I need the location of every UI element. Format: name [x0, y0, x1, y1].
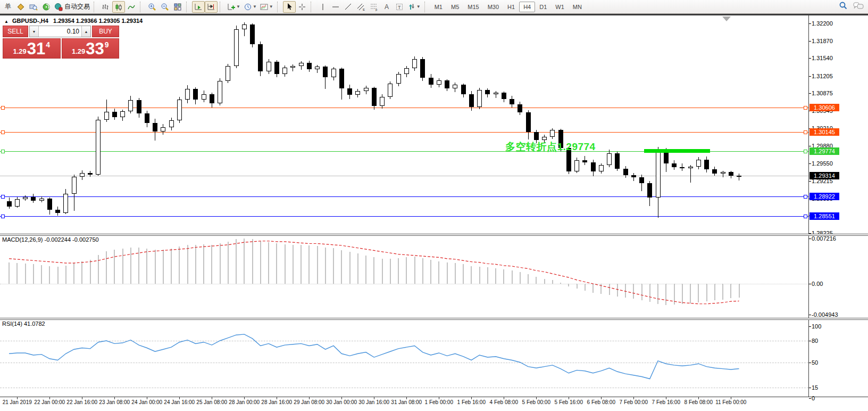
buy-price-display[interactable]: 1.29 33 9 — [62, 38, 120, 59]
indicators-icon[interactable]: ▼ — [226, 1, 242, 13]
level-line-1.30145[interactable] — [0, 132, 808, 133]
level-line-handle[interactable] — [1, 106, 5, 110]
autoscroll-icon[interactable] — [192, 1, 205, 13]
time-axis-label: 24 Jan 00:00 — [131, 399, 162, 405]
level-line-handle[interactable] — [804, 195, 807, 199]
level-line-handle[interactable] — [1, 130, 5, 134]
timeframe-MN[interactable]: MN — [569, 2, 586, 12]
time-axis-label: 7 Feb 16:00 — [652, 399, 680, 405]
zoom-in-icon[interactable] — [146, 1, 158, 13]
crosshair-icon[interactable] — [296, 1, 308, 13]
search-icon[interactable] — [839, 1, 848, 12]
macd-histogram-bar — [617, 284, 618, 297]
print-preview-icon[interactable] — [27, 1, 40, 13]
level-line-1.28922[interactable] — [0, 196, 808, 197]
volume-decrease-button[interactable]: ▼ — [30, 26, 39, 37]
collapse-panel-icon[interactable]: ▲ — [4, 19, 9, 24]
level-line-1.28551[interactable] — [0, 216, 808, 217]
macd-histogram-bar — [285, 244, 286, 284]
chat-icon[interactable] — [853, 2, 864, 12]
sell-button[interactable]: SELL — [3, 26, 28, 37]
macd-axis-tick-label: -0.004943 — [812, 311, 838, 318]
timeframe-H4[interactable]: H4 — [519, 2, 535, 12]
time-axis-label: 22 Jan 00:00 — [34, 399, 65, 405]
time-axis-label: 29 Jan 08:00 — [294, 399, 324, 405]
time-axis-label: 4 Feb 08:00 — [490, 399, 518, 405]
market-watch-icon[interactable] — [14, 1, 27, 13]
timeframe-D1[interactable]: D1 — [535, 2, 551, 12]
volume-increase-button[interactable]: ▲ — [81, 26, 90, 37]
chart-shift-marker-icon[interactable] — [722, 17, 731, 21]
chart-area[interactable]: 1.306061.301451.297741.289221.285511.293… — [0, 0, 868, 411]
autotrading-button[interactable]: 自动交易 — [53, 1, 91, 13]
buy-button[interactable]: BUY — [92, 26, 119, 37]
candle — [88, 173, 93, 175]
horizontal-line-icon[interactable] — [329, 1, 342, 13]
timeframe-M15[interactable]: M15 — [463, 2, 483, 12]
level-line-handle[interactable] — [1, 215, 5, 218]
candlestick-chart-icon[interactable] — [112, 1, 125, 13]
equidistant-channel-icon[interactable]: E — [355, 1, 368, 13]
chart-shift-icon[interactable] — [205, 1, 218, 13]
macd-histogram-bar — [560, 283, 561, 284]
tile-windows-icon[interactable] — [171, 1, 184, 13]
rsi-axis-tick-label: 0 — [812, 395, 815, 401]
text-label-icon[interactable]: T — [393, 1, 406, 13]
macd-pane-separator[interactable] — [0, 234, 868, 236]
macd-histogram-bar — [236, 239, 237, 284]
candle — [120, 111, 125, 118]
candle — [534, 132, 539, 140]
candle — [226, 66, 230, 81]
timeframe-M30[interactable]: M30 — [483, 2, 503, 12]
sell-price-display[interactable]: 1.29 31 4 — [3, 38, 61, 59]
macd-histogram-bar — [365, 256, 366, 284]
level-line-1.30606[interactable] — [0, 108, 808, 108]
arrows-icon[interactable]: ▼ — [406, 1, 422, 13]
candle — [7, 201, 12, 207]
data-window-icon[interactable] — [40, 1, 53, 13]
macd-histogram-bar — [479, 267, 480, 284]
macd-histogram-bar — [641, 284, 642, 300]
time-axis-label: 30 Jan 00:00 — [326, 399, 357, 405]
line-chart-icon[interactable] — [125, 1, 138, 13]
timeframe-H1[interactable]: H1 — [503, 2, 519, 12]
vertical-line-icon[interactable] — [316, 1, 329, 13]
candle — [55, 210, 60, 213]
chevron-down-icon: ▼ — [269, 4, 273, 9]
trendline-icon[interactable] — [342, 1, 355, 13]
level-line-handle[interactable] — [804, 215, 807, 218]
zoom-out-icon[interactable] — [158, 1, 171, 13]
templates-icon[interactable]: ▼ — [258, 1, 275, 13]
macd-histogram-bar — [592, 284, 594, 293]
level-line-handle[interactable] — [1, 195, 5, 199]
new-order-button[interactable]: 单 — [2, 1, 14, 13]
sell-price-pip: 4 — [46, 40, 50, 49]
macd-histogram-bar — [495, 268, 496, 284]
candle — [704, 160, 709, 169]
level-line-handle[interactable] — [804, 106, 807, 110]
candle — [364, 88, 369, 91]
timeframe-W1[interactable]: W1 — [551, 2, 569, 12]
candle — [412, 59, 417, 68]
macd-histogram-bar — [665, 284, 666, 305]
level-line-handle[interactable] — [804, 130, 807, 134]
candle — [137, 100, 141, 114]
autotrading-icon — [54, 3, 63, 11]
timeframe-M5[interactable]: M5 — [447, 2, 463, 12]
text-icon[interactable]: A — [380, 1, 393, 13]
time-axis-label: 11 Feb 00:00 — [715, 399, 746, 405]
periods-icon[interactable]: ▼ — [242, 1, 258, 13]
level-line-handle[interactable] — [804, 150, 807, 153]
volume-value[interactable]: 0.10 — [39, 26, 81, 37]
rsi-pane-separator[interactable] — [0, 318, 868, 320]
level-line-handle[interactable] — [1, 150, 5, 153]
pivot-highlight-segment[interactable] — [644, 149, 710, 153]
fibonacci-icon[interactable]: F — [368, 1, 380, 13]
bar-chart-icon[interactable] — [99, 1, 112, 13]
candle — [591, 162, 596, 171]
cursor-icon[interactable] — [283, 1, 296, 13]
candle — [218, 81, 222, 103]
timeframe-M1[interactable]: M1 — [430, 2, 447, 12]
candle — [680, 167, 685, 168]
macd-histogram-bar — [220, 243, 221, 284]
